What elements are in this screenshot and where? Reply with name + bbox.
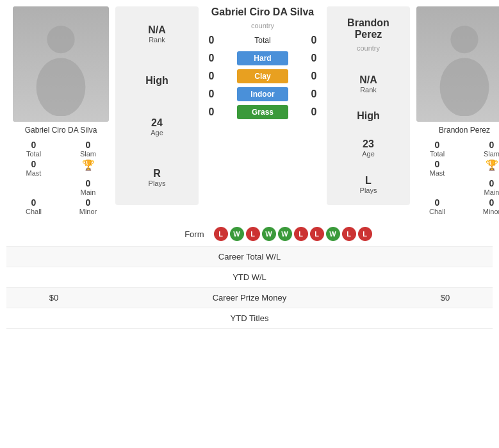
hard-right: 0	[304, 53, 323, 64]
svg-point-0	[47, 26, 74, 53]
career-prize-right: $0	[407, 293, 484, 303]
right-chall-label: Chall	[429, 208, 445, 215]
svg-point-1	[37, 58, 86, 116]
hard-row: 0 Hard 0	[202, 51, 323, 65]
right-slam-label: Slam	[484, 150, 499, 158]
left-slam-value: 0	[86, 140, 91, 150]
total-score-row: 0 Total 0	[202, 35, 323, 46]
clay-row: 0 Clay 0	[202, 69, 323, 83]
left-mast-value: 0	[31, 159, 37, 169]
left-total-stat: 0 Total	[10, 140, 58, 158]
right-main-label: Main	[484, 188, 499, 196]
right-minor-value: 0	[489, 197, 495, 208]
left-country: country	[211, 22, 314, 29]
right-player-avatar	[416, 6, 499, 122]
right-age-item: 23 Age	[362, 138, 375, 158]
form-badge-w: W	[262, 227, 276, 241]
right-mast-stat: 0 Mast	[413, 159, 461, 177]
grass-left: 0	[202, 106, 221, 118]
left-plays-label: Plays	[149, 179, 166, 187]
left-rank-label: Rank	[149, 36, 165, 44]
left-chall-label: Chall	[26, 208, 42, 215]
career-wl-row: Career Total W/L	[6, 247, 493, 267]
indoor-left: 0	[202, 88, 221, 100]
career-wl-label: Career Total W/L	[92, 252, 407, 261]
form-section: Form LWLWWLLWLL	[6, 222, 493, 247]
form-badge-l: L	[358, 227, 372, 241]
left-player-name-top: Gabriel Ciro DA Silva	[211, 6, 314, 18]
left-slam-label: Slam	[80, 150, 96, 158]
left-main-label: Main	[81, 188, 96, 196]
total-label: Total	[221, 36, 304, 45]
left-minor-stat: 0 Minor	[64, 197, 112, 215]
left-rank-value: N/A	[148, 24, 166, 36]
right-slam-value: 0	[489, 140, 495, 150]
left-minor-label: Minor	[79, 208, 97, 215]
grass-row: 0 Grass 0	[202, 105, 323, 119]
right-chall-value: 0	[435, 197, 440, 208]
indoor-row: 0 Indoor 0	[202, 87, 323, 101]
right-rank-label: Rank	[360, 86, 377, 94]
ytd-titles-row: YTD Titles	[6, 308, 493, 329]
grass-right: 0	[304, 106, 323, 118]
left-slam-stat: 0 Slam	[64, 140, 112, 158]
form-label: Form	[127, 229, 204, 239]
right-total-label: Total	[430, 150, 445, 158]
career-prize-row: $0 Career Prize Money $0	[6, 288, 493, 308]
total-left-score: 0	[202, 35, 221, 46]
left-mast-empty	[10, 178, 58, 196]
grass-badge: Grass	[237, 105, 288, 119]
left-plays-item: R Plays	[149, 168, 166, 187]
left-trophy-icon-container: 🏆	[64, 159, 112, 177]
left-player-stats: 0 Total 0 Slam 0 Mast 🏆 0	[6, 140, 115, 215]
left-detail-box: N/A Rank High 24 Age R Plays	[115, 6, 199, 205]
right-player-card: Brandon Perez 0 Total 0 Slam 0 Mast 🏆	[410, 6, 499, 215]
right-country: country	[336, 44, 401, 52]
left-age-item: 24 Age	[151, 117, 163, 137]
right-plays-value: L	[365, 175, 372, 187]
right-player-name: Brandon Perez	[439, 126, 490, 135]
left-plays-value: R	[153, 168, 161, 179]
svg-point-2	[450, 26, 478, 53]
form-badge-l: L	[246, 227, 260, 241]
form-badge-l: L	[310, 227, 324, 241]
form-badge-w: W	[230, 227, 244, 241]
left-trophy-icon: 🏆	[82, 159, 95, 171]
right-level-item: High	[357, 110, 380, 122]
left-rank-item: N/A Rank	[148, 24, 166, 44]
ytd-wl-row: YTD W/L	[6, 267, 493, 288]
right-player-name-top: Brandon Perez	[336, 17, 401, 40]
middle-section: N/A Rank High 24 Age R Plays	[115, 6, 410, 215]
hard-badge: Hard	[237, 51, 288, 65]
right-main-value: 0	[489, 178, 495, 188]
left-chall-value: 0	[31, 197, 37, 208]
players-section: Gabriel Ciro DA Silva 0 Total 0 Slam 0 M…	[6, 6, 493, 215]
left-mast-label: Mast	[26, 169, 42, 177]
bottom-stats: Form LWLWWLLWLL Career Total W/L YTD W/L…	[6, 222, 493, 329]
left-minor-value: 0	[86, 197, 91, 208]
clay-right: 0	[304, 71, 323, 82]
right-total-stat: 0 Total	[413, 140, 461, 158]
left-player-avatar	[13, 6, 109, 122]
left-total-label: Total	[26, 150, 41, 158]
right-rank-item: N/A Rank	[359, 74, 377, 94]
hard-left: 0	[202, 53, 221, 64]
career-prize-label: Career Prize Money	[92, 293, 407, 303]
right-total-value: 0	[435, 140, 440, 150]
form-badge-l: L	[294, 227, 308, 241]
right-plays-item: L Plays	[360, 175, 377, 194]
left-mast-stat: 0 Mast	[10, 159, 58, 177]
right-chall-stat: 0 Chall	[413, 197, 461, 215]
right-player-stats: 0 Total 0 Slam 0 Mast 🏆 0 Main	[410, 140, 499, 215]
left-level-value: High	[145, 75, 168, 87]
left-age-label: Age	[151, 129, 163, 137]
right-slam-stat: 0 Slam	[468, 140, 499, 158]
right-age-label: Age	[362, 150, 375, 158]
form-badge-w: W	[278, 227, 292, 241]
form-badges: LWLWWLLWLL	[214, 227, 372, 241]
right-mast-value: 0	[435, 159, 440, 169]
form-badge-l: L	[342, 227, 356, 241]
form-badge-w: W	[326, 227, 340, 241]
left-total-value: 0	[31, 140, 37, 150]
right-mast-empty	[413, 178, 461, 196]
